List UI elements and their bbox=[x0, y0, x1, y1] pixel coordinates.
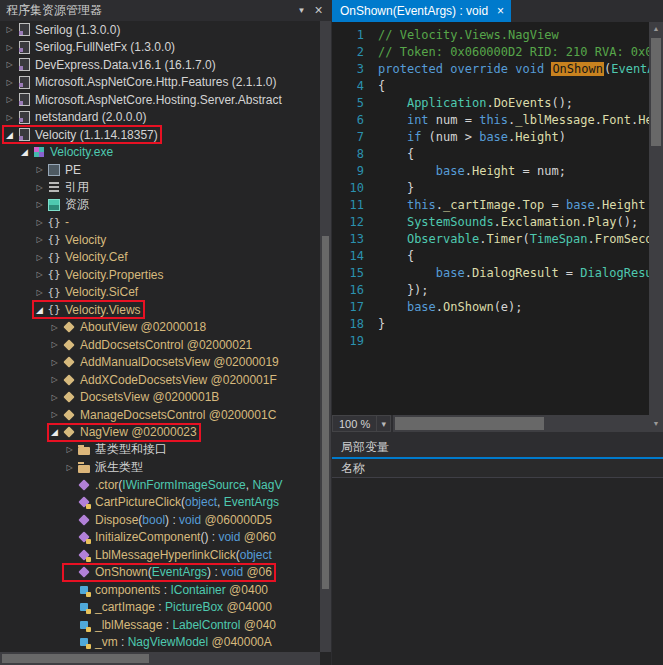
expander-icon[interactable]: ◢ bbox=[33, 305, 46, 315]
column-header-name[interactable]: 名称 bbox=[341, 460, 365, 477]
expander-icon[interactable]: ◢ bbox=[48, 427, 61, 437]
tree-item[interactable]: ▷Velocity.SiCef bbox=[0, 284, 320, 302]
text-segment: Velocity bbox=[65, 233, 106, 247]
tree-item[interactable]: ▷ManageDocsetsControl @0200001C bbox=[0, 406, 320, 424]
tree-item[interactable]: ▷基类型和接口 bbox=[0, 441, 320, 459]
text-segment: @060 bbox=[240, 530, 276, 544]
expander-icon[interactable]: ▷ bbox=[3, 95, 16, 104]
expander-icon[interactable]: ▷ bbox=[33, 253, 46, 262]
tree-item[interactable]: ▷AboutView @02000018 bbox=[0, 319, 320, 337]
tree-item[interactable]: Dispose(bool) : void @060000D5 bbox=[0, 511, 320, 529]
text-segment: . bbox=[580, 215, 587, 229]
code-view[interactable]: 1// Velocity.Views.NagView2// Token: 0x0… bbox=[332, 22, 649, 415]
tree-item[interactable]: ▷DocsetsView @0200001B bbox=[0, 389, 320, 407]
expander-icon[interactable]: ▷ bbox=[48, 358, 61, 367]
text-segment bbox=[378, 215, 407, 229]
tab-onshown[interactable]: OnShown(EventArgs) : void × bbox=[332, 0, 511, 22]
text-segment: . bbox=[494, 215, 501, 229]
tree-item[interactable]: .ctor(IWinFormImageSource, NagV bbox=[0, 476, 320, 494]
tree-item[interactable]: ▷- bbox=[0, 214, 320, 232]
expander-icon[interactable]: ▷ bbox=[33, 218, 46, 227]
expander-icon[interactable]: ▷ bbox=[33, 183, 46, 192]
text-segment: NagView bbox=[80, 425, 128, 439]
tree-item[interactable]: _lblMessage : LabelControl @040 bbox=[0, 616, 320, 634]
tree-item[interactable]: ▷Velocity.Properties bbox=[0, 266, 320, 284]
tree-item-label: 基类型和接口 bbox=[95, 441, 167, 458]
tree-item[interactable]: ▷资源 bbox=[0, 196, 320, 214]
tree-item[interactable]: _vm : NagViewModel @040000A bbox=[0, 634, 320, 652]
expander-icon[interactable]: ▷ bbox=[63, 445, 76, 454]
zoom-level-select[interactable]: 100 % bbox=[332, 415, 377, 432]
tree-item[interactable]: ▷netstandard (2.0.0.0) bbox=[0, 109, 320, 127]
tree-item[interactable]: InitializeComponent() : void @060 bbox=[0, 529, 320, 547]
scroll-down-icon[interactable]: ▼ bbox=[649, 415, 663, 432]
expander-icon[interactable]: ▷ bbox=[48, 323, 61, 332]
scroll-up-icon[interactable]: ▲ bbox=[649, 22, 663, 35]
tree-horizontal-scrollbar[interactable] bbox=[0, 652, 320, 665]
scrollbar-thumb[interactable] bbox=[651, 38, 661, 146]
expander-icon[interactable]: ▷ bbox=[48, 410, 61, 419]
tree-item[interactable]: ◢Velocity (1.1.14.18357) bbox=[0, 126, 320, 144]
tree-item[interactable]: ▷Velocity bbox=[0, 231, 320, 249]
expander-icon[interactable]: ▷ bbox=[48, 375, 61, 384]
tree-item[interactable]: ▷Microsoft.AspNetCore.Http.Features (2.1… bbox=[0, 74, 320, 92]
expander-icon[interactable]: ▷ bbox=[33, 165, 46, 174]
code-editor[interactable]: 1// Velocity.Views.NagView2// Token: 0x0… bbox=[332, 22, 663, 415]
tree-item-label: _lblMessage : LabelControl @040 bbox=[95, 618, 276, 632]
expander-icon[interactable]: ▷ bbox=[33, 288, 46, 297]
panel-close-icon[interactable]: × bbox=[310, 0, 327, 21]
tree-item[interactable]: _cartImage : PictureBox @04000 bbox=[0, 599, 320, 617]
scrollbar-thumb[interactable] bbox=[395, 417, 543, 430]
tree-item[interactable]: ▷AddXCodeDocsetsView @0200001F bbox=[0, 371, 320, 389]
assembly-tree[interactable]: ▷Serilog (1.3.0.0)▷Serilog.FullNetFx (1.… bbox=[0, 21, 320, 652]
tree-item[interactable]: ▷引用 bbox=[0, 179, 320, 197]
expander-icon[interactable]: ◢ bbox=[3, 130, 16, 140]
tree-item-label: Dispose(bool) : void @060000D5 bbox=[95, 513, 272, 527]
tree-item-label: Velocity.exe bbox=[50, 145, 113, 159]
tree-item[interactable]: ▷AddDocsetsControl @02000021 bbox=[0, 336, 320, 354]
scrollbar-thumb[interactable] bbox=[322, 236, 329, 589]
tree-item-label: .ctor(IWinFormImageSource, NagV bbox=[95, 478, 282, 492]
expander-icon[interactable]: ▷ bbox=[3, 43, 16, 52]
zoom-dropdown-icon[interactable]: ▾ bbox=[377, 415, 391, 432]
assembly-icon bbox=[16, 22, 32, 38]
tree-item[interactable]: ▷Serilog (1.3.0.0) bbox=[0, 21, 320, 39]
tree-item[interactable]: ▷AddManualDocsetsView @02000019 bbox=[0, 354, 320, 372]
window-position-icon[interactable]: ▼ bbox=[293, 0, 310, 21]
tree-item[interactable]: LblMessageHyperlinkClick(object bbox=[0, 546, 320, 564]
tree-item-label: 引用 bbox=[65, 179, 89, 196]
expander-icon[interactable]: ▷ bbox=[63, 463, 76, 472]
expander-icon[interactable]: ▷ bbox=[3, 25, 16, 34]
text-segment: } bbox=[378, 181, 414, 195]
tree-item-content: ▷基类型和接口 bbox=[63, 441, 170, 458]
tree-item[interactable]: ▷Velocity.Cef bbox=[0, 249, 320, 267]
editor-horizontal-scrollbar[interactable] bbox=[393, 415, 649, 432]
expander-icon[interactable]: ▷ bbox=[33, 235, 46, 244]
editor-vertical-scrollbar[interactable]: ▲ bbox=[649, 22, 663, 415]
tree-item[interactable]: ◢Velocity.exe bbox=[0, 144, 320, 162]
expander-icon[interactable]: ◢ bbox=[18, 147, 31, 157]
tab-close-icon[interactable]: × bbox=[497, 5, 504, 17]
expander-icon[interactable]: ▷ bbox=[3, 113, 16, 122]
expander-icon[interactable]: ▷ bbox=[33, 200, 46, 209]
tree-item[interactable]: components : IContainer @0400 bbox=[0, 581, 320, 599]
text-segment: . bbox=[595, 198, 602, 212]
tree-vertical-scrollbar[interactable] bbox=[320, 21, 331, 652]
tree-item[interactable]: ▷派生类型 bbox=[0, 459, 320, 477]
tree-item[interactable]: ▷Serilog.FullNetFx (1.3.0.0) bbox=[0, 39, 320, 57]
tree-item[interactable]: ▷PE bbox=[0, 161, 320, 179]
tree-item[interactable]: ◢Velocity.Views bbox=[0, 301, 320, 319]
expander-icon[interactable]: ▷ bbox=[3, 78, 16, 87]
expander-icon[interactable]: ▷ bbox=[48, 340, 61, 349]
expander-icon[interactable]: ▷ bbox=[48, 393, 61, 402]
expander-icon[interactable]: ▷ bbox=[3, 60, 16, 69]
scrollbar-thumb[interactable] bbox=[2, 654, 149, 663]
tree-item-content: ▷Serilog (1.3.0.0) bbox=[3, 21, 123, 38]
tree-item[interactable]: OnShown(EventArgs) : void @06 bbox=[0, 564, 320, 582]
tree-item[interactable]: CartPictureClick(object, EventArgs bbox=[0, 494, 320, 512]
expander-icon[interactable]: ▷ bbox=[33, 270, 46, 279]
tree-item[interactable]: ▷Microsoft.AspNetCore.Hosting.Server.Abs… bbox=[0, 91, 320, 109]
tree-item[interactable]: ▷DevExpress.Data.v16.1 (16.1.7.0) bbox=[0, 56, 320, 74]
tree-item-label: 资源 bbox=[65, 196, 89, 213]
tree-item[interactable]: ◢NagView @02000023 bbox=[0, 424, 320, 442]
